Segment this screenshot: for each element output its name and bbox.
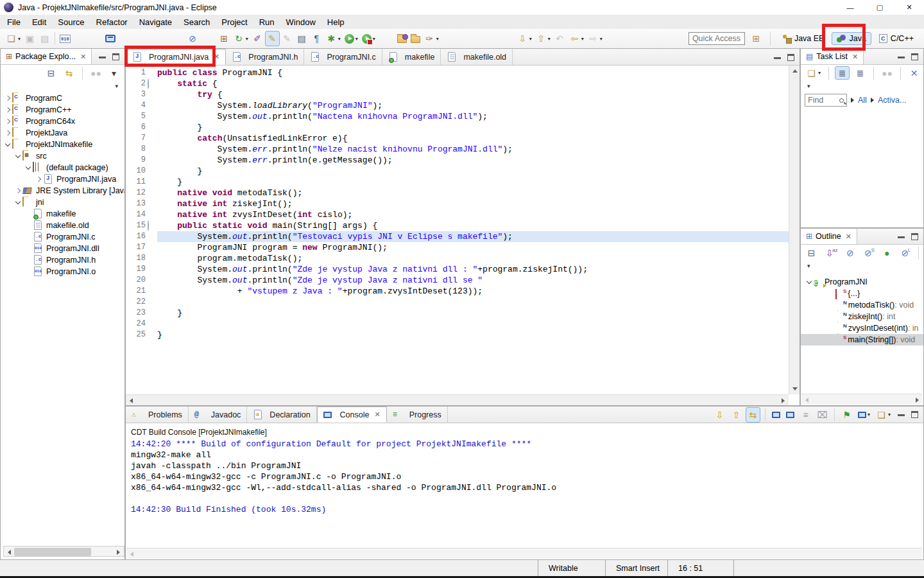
maximize-button[interactable]: ▢ — [865, 0, 894, 15]
show-source-button[interactable]: ▤ — [295, 31, 309, 46]
code-editor[interactable]: 1public class ProgramJNI {2 static {3 tr… — [126, 66, 789, 394]
tree-twistie[interactable] — [24, 167, 33, 169]
tab-programjni-h[interactable]: .cProgramJNI.h — [226, 49, 304, 65]
fold-collapse-icon[interactable] — [148, 78, 149, 89]
close-icon[interactable]: ✕ — [846, 232, 851, 241]
code-line-19[interactable]: 19 System.out.println("Zde je vystup Jav… — [126, 264, 789, 275]
tree-item-makefile[interactable]: makefile — [1, 208, 124, 220]
tree-twistie[interactable] — [3, 108, 12, 112]
menu-refactor[interactable]: Refactor — [90, 15, 133, 29]
maximize-view-icon[interactable] — [911, 411, 918, 418]
tree-twistie[interactable] — [13, 202, 22, 204]
maximize-view-icon[interactable] — [911, 53, 918, 60]
tab-task-list[interactable]: ▤ Task List ✕ — [801, 49, 864, 64]
dropdown-chevron-icon[interactable]: ▾ — [373, 36, 375, 42]
scheduled-view-button[interactable]: ≣ — [853, 66, 868, 80]
view-menu-button[interactable]: ▾ — [107, 66, 121, 80]
tree-item-programc64x[interactable]: CProgramC64x — [1, 116, 124, 127]
tab-package-explorer[interactable]: ⊞ Package Explo... ✕ — [1, 49, 92, 64]
categorized-view-button[interactable]: ≣ — [835, 66, 850, 80]
dropdown-chevron-icon[interactable]: ▾ — [246, 36, 248, 42]
last-edit-down-button[interactable]: ⇩▾ — [515, 31, 534, 46]
sync-disabled-button[interactable]: ●● — [880, 66, 894, 80]
run-external-button[interactable]: ▾ — [360, 31, 377, 46]
code-line-13[interactable]: 13 native int ziskejInt(); — [126, 198, 789, 209]
dropdown-chevron-icon[interactable]: ▾ — [18, 36, 21, 42]
outline-item-main-string-[interactable]: Smain(String[]) : void — [801, 334, 923, 346]
tree-item-makefile-old[interactable]: makefile.old — [1, 220, 124, 231]
scroll-thumb[interactable] — [14, 548, 91, 556]
new-task-button[interactable]: ❏▾ — [804, 66, 823, 80]
tree-twistie[interactable] — [13, 155, 22, 157]
perspective-java[interactable]: Java — [832, 32, 871, 45]
show-on-stderr-button[interactable] — [784, 407, 796, 423]
minimize-editor-icon[interactable] — [774, 57, 781, 59]
clear-console-button[interactable]: ⌧ — [815, 407, 830, 423]
pin-console-button[interactable]: ⚑ — [839, 407, 854, 423]
next-annotation-button[interactable]: ✎ — [280, 31, 295, 46]
build-refresh-button[interactable]: ↻▾ — [232, 31, 250, 46]
tree-item-programc[interactable]: CProgramC — [1, 92, 124, 104]
outline-hscrollbar[interactable] — [801, 394, 923, 405]
tab-makefile[interactable]: makefile — [382, 49, 441, 65]
tree-item-programjni-o[interactable]: 010ProgramJNI.o — [1, 266, 124, 277]
dropdown-chevron-icon[interactable]: ▾ — [436, 36, 439, 42]
link-with-editor-button[interactable]: ⇆ — [62, 66, 76, 80]
open-console-button[interactable]: ❏▾ — [874, 407, 893, 423]
tree-twistie[interactable] — [3, 144, 12, 146]
scroll-right-icon[interactable] — [117, 550, 120, 555]
display-console-button[interactable]: ▾ — [856, 407, 872, 423]
show-on-stdout-button[interactable] — [770, 407, 782, 423]
code-line-23[interactable]: 23 } — [126, 308, 789, 319]
last-edit-up-button[interactable]: ⇧▾ — [534, 31, 552, 46]
code-line-15[interactable]: 15 public static void main(String[] args… — [126, 220, 789, 231]
dropdown-chevron-icon[interactable]: ▾ — [888, 412, 891, 417]
save-button[interactable]: ▣ — [22, 31, 37, 46]
collapse-all-button[interactable]: ⊟ — [44, 66, 58, 80]
code-line-25[interactable]: 25} — [126, 329, 789, 340]
tree-item--default-package-[interactable]: (default package) — [1, 162, 124, 173]
tree-item-programjni-java[interactable]: JProgramJNI.java — [1, 173, 124, 185]
expand-arrow-icon[interactable] — [871, 98, 874, 103]
collapse-all-button[interactable]: ⊟ — [804, 246, 819, 259]
code-line-22[interactable]: 22 — [126, 297, 789, 308]
dropdown-chevron-icon[interactable]: ▾ — [355, 36, 358, 42]
tree-item-programjni-h[interactable]: .cProgramJNI.h — [1, 254, 124, 266]
scroll-lock-down-button[interactable]: ⇩ — [712, 407, 727, 423]
tree-item-jni[interactable]: jni — [1, 197, 124, 208]
perspective-cc[interactable]: CC/C++ — [874, 32, 919, 45]
dropdown-chevron-icon[interactable]: ▾ — [868, 412, 870, 417]
package-explorer-hscrollbar[interactable] — [3, 546, 124, 557]
minimize-button[interactable]: — — [835, 0, 865, 15]
tree-twistie[interactable] — [3, 119, 12, 123]
tab-console[interactable]: Console✕ — [317, 407, 387, 423]
menu-window[interactable]: Window — [280, 15, 321, 29]
tree-twistie[interactable] — [3, 131, 12, 135]
binary-file-button[interactable]: 010 — [58, 31, 73, 46]
hide-local-types-button[interactable]: ⊘L — [898, 246, 912, 259]
outline-item-metodatisk-[interactable]: NmetodaTisk() : void — [801, 299, 923, 311]
scroll-down-icon[interactable] — [792, 387, 798, 390]
code-line-3[interactable]: 3 try { — [126, 89, 789, 100]
expand-arrow-icon[interactable] — [851, 98, 854, 103]
hide-static-button[interactable]: ⊘S — [860, 246, 876, 259]
remote-monitor-button[interactable] — [103, 31, 117, 46]
tab-problems[interactable]: ⚠Problems — [126, 407, 189, 423]
tab-programjni-c[interactable]: .cProgramJNI.c — [304, 49, 382, 65]
view-menu-chevron-icon[interactable]: ▾ — [115, 83, 118, 89]
code-line-18[interactable]: 18 program.metodaTisk(); — [126, 253, 789, 264]
back-history-button[interactable]: ↶ — [552, 31, 567, 46]
open-resource-button[interactable] — [409, 31, 422, 46]
task-filter-activate[interactable]: Activa... — [878, 96, 906, 105]
close-icon[interactable]: ✕ — [80, 53, 86, 61]
task-filter-all[interactable]: All — [858, 96, 867, 105]
dropdown-chevron-icon[interactable]: ▾ — [529, 36, 532, 42]
new-button[interactable]: ❏▾ — [4, 31, 22, 46]
menu-file[interactable]: File — [1, 15, 26, 29]
tree-item-src[interactable]: ⊞src — [1, 150, 124, 162]
word-wrap-button[interactable]: ≡ — [798, 407, 813, 423]
menu-search[interactable]: Search — [178, 15, 216, 29]
menu-run[interactable]: Run — [253, 15, 280, 29]
tab-javadoc[interactable]: @Javadoc — [189, 407, 248, 423]
code-line-1[interactable]: 1public class ProgramJNI { — [126, 67, 789, 78]
